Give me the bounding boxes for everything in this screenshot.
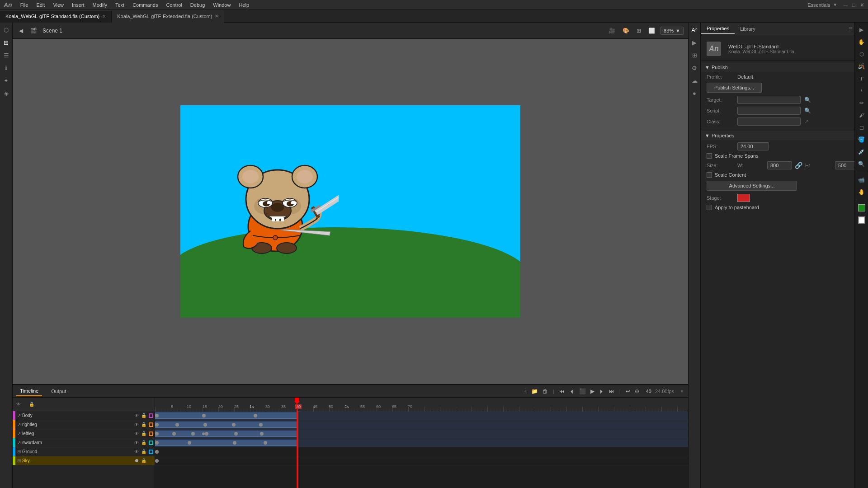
- fps-input[interactable]: [737, 142, 769, 150]
- tab-0[interactable]: Koala_WebGL-glTF-Standard.fla (Custom) ✕: [0, 10, 112, 23]
- scale-content-checkbox[interactable]: [707, 172, 712, 178]
- workspace-dropdown-icon[interactable]: ▼: [833, 2, 837, 7]
- height-input[interactable]: [835, 161, 854, 169]
- nav-icon-3[interactable]: ☰: [1, 50, 12, 61]
- stage-icon[interactable]: ⬜: [646, 27, 657, 35]
- rm-text-tool[interactable]: T: [856, 73, 867, 84]
- layer-body[interactable]: ↗ Body 👁 🔒: [13, 411, 155, 420]
- output-tab[interactable]: Output: [47, 387, 70, 396]
- publish-settings-button[interactable]: Publish Settings...: [707, 83, 762, 93]
- prop-icon-3[interactable]: ⊞: [689, 50, 700, 61]
- nav-icon-1[interactable]: ⬡: [1, 24, 12, 35]
- tab-properties[interactable]: Properties: [701, 24, 735, 34]
- menu-help[interactable]: Help: [235, 1, 253, 9]
- menu-debug[interactable]: Debug: [187, 1, 208, 9]
- close-button[interactable]: ✕: [860, 2, 864, 8]
- target-input[interactable]: [737, 96, 801, 104]
- tl-play[interactable]: ▶: [589, 387, 596, 395]
- tl-forward[interactable]: ⏭: [608, 387, 616, 395]
- tl-rewind[interactable]: ⏮: [558, 387, 566, 395]
- rm-line-tool[interactable]: /: [856, 85, 867, 96]
- publish-section-header[interactable]: ▼ Publish: [701, 63, 854, 72]
- maximize-button[interactable]: □: [852, 2, 855, 8]
- tab-1[interactable]: Koala_WebGL-glTF-Extended.fla (Custom) ✕: [112, 10, 224, 23]
- link-dimensions-icon[interactable]: 🔗: [795, 162, 802, 169]
- rightleg-frames: [155, 420, 688, 429]
- menu-control[interactable]: Control: [162, 1, 185, 9]
- script-input[interactable]: [737, 107, 801, 115]
- target-search-icon[interactable]: 🔍: [804, 97, 811, 103]
- menu-view[interactable]: View: [49, 1, 67, 9]
- back-button[interactable]: ◀: [17, 27, 25, 35]
- apply-pasteboard-checkbox[interactable]: [707, 205, 712, 210]
- width-input[interactable]: [767, 161, 792, 169]
- rm-hand-icon[interactable]: 🤚: [856, 187, 867, 197]
- rm-eyedrop-tool[interactable]: 💉: [856, 146, 867, 157]
- tl-onion[interactable]: ⊙: [633, 387, 641, 395]
- rm-select-tool[interactable]: ⬡: [856, 49, 867, 60]
- properties-section-header[interactable]: ▼ Properties: [701, 131, 854, 140]
- layer-rightleg-vis-icon[interactable]: 👁: [133, 422, 140, 427]
- rm-fill-color[interactable]: [856, 202, 867, 213]
- prop-icon-4[interactable]: ⚙: [689, 62, 700, 73]
- prop-icon-2[interactable]: ▶: [689, 37, 700, 48]
- menu-file[interactable]: File: [17, 1, 32, 9]
- menu-edit[interactable]: Edit: [33, 1, 48, 9]
- layer-rightleg[interactable]: ↗ rightleg 👁 🔒: [13, 420, 155, 429]
- layer-ground-vis-icon[interactable]: 👁: [133, 449, 140, 454]
- layer-leftleg[interactable]: ↗ leftleg 👁 🔒: [13, 429, 155, 438]
- script-search-icon[interactable]: 🔍: [804, 108, 811, 114]
- timeline-collapse-btn[interactable]: ▼: [679, 389, 684, 394]
- rm-brush-tool[interactable]: 🖌: [856, 110, 867, 121]
- rm-zoom-tool[interactable]: 🔍: [856, 159, 867, 169]
- tl-folder[interactable]: 📁: [530, 387, 539, 395]
- layer-leftleg-vis-icon[interactable]: 👁: [133, 431, 140, 436]
- nav-icon-4[interactable]: ℹ: [1, 62, 12, 73]
- tl-next-frame[interactable]: ⏵: [598, 387, 606, 395]
- menu-insert[interactable]: Insert: [68, 1, 88, 9]
- tl-new-layer[interactable]: +: [522, 387, 528, 395]
- rm-arrow-tool[interactable]: ▶: [856, 24, 867, 35]
- panel-menu-icon[interactable]: ☰: [849, 26, 854, 31]
- rm-stroke-color[interactable]: [856, 215, 867, 225]
- class-link-icon[interactable]: ↗: [804, 118, 809, 125]
- timeline-tab[interactable]: Timeline: [16, 386, 42, 396]
- class-input[interactable]: [737, 117, 801, 126]
- tab-0-close[interactable]: ✕: [102, 14, 106, 19]
- tab-1-close[interactable]: ✕: [215, 14, 218, 19]
- rm-pencil-tool[interactable]: ✏: [856, 98, 867, 108]
- scale-frame-checkbox[interactable]: [707, 153, 712, 159]
- menu-window[interactable]: Window: [209, 1, 234, 9]
- nav-icon-5[interactable]: ✦: [1, 75, 12, 86]
- zoom-control[interactable]: 83% ▼: [660, 27, 684, 35]
- menu-modify[interactable]: Modify: [89, 1, 111, 9]
- rm-pan-tool[interactable]: ✋: [856, 37, 867, 47]
- advanced-settings-button[interactable]: Advanced Settings...: [707, 181, 797, 191]
- rm-bucket-tool[interactable]: 🪣: [856, 134, 867, 145]
- layer-swordarm[interactable]: ↗ swordarm 👁 🔒: [13, 438, 155, 447]
- tl-stop[interactable]: ⬛: [578, 387, 587, 395]
- prop-icon-5[interactable]: ☁: [689, 75, 700, 86]
- camera-icon[interactable]: 🎥: [607, 27, 617, 35]
- minimize-button[interactable]: ─: [844, 2, 848, 8]
- tl-back[interactable]: ⏴: [568, 387, 576, 395]
- tl-delete[interactable]: 🗑: [541, 387, 549, 395]
- prop-icon-1[interactable]: Aⁿ: [689, 24, 700, 35]
- layer-ground[interactable]: ⊞ Ground 👁 🔒: [13, 447, 155, 456]
- layer-body-vis-icon[interactable]: 👁: [133, 413, 140, 418]
- rm-camera-icon[interactable]: 📹: [856, 174, 867, 185]
- prop-icon-6[interactable]: ●: [689, 88, 700, 99]
- color-icon[interactable]: 🎨: [621, 27, 631, 35]
- nav-icon-2[interactable]: ⊞: [1, 37, 12, 48]
- tab-library[interactable]: Library: [735, 24, 761, 33]
- stage-color-swatch[interactable]: [737, 194, 750, 202]
- menu-commands[interactable]: Commands: [129, 1, 161, 9]
- nav-icon-6[interactable]: ◈: [1, 88, 12, 99]
- rm-lasso-tool[interactable]: 🪃: [856, 61, 867, 72]
- grid-icon[interactable]: ⊞: [635, 27, 643, 35]
- menu-text[interactable]: Text: [112, 1, 128, 9]
- tl-loop[interactable]: ↩: [624, 387, 632, 395]
- layer-sky[interactable]: ⊞ Sky 🔒: [13, 456, 155, 465]
- layer-swordarm-vis-icon[interactable]: 👁: [133, 440, 140, 445]
- rm-eraser-tool[interactable]: ◻: [856, 122, 867, 133]
